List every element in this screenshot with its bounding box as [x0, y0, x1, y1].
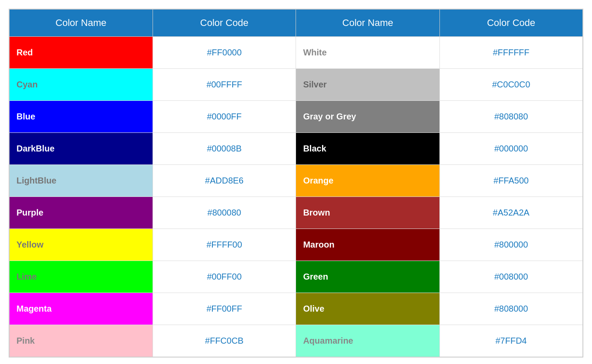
left-color-cell: Red	[9, 37, 153, 69]
left-color-cell: LightBlue	[9, 165, 153, 197]
right-code-cell: #008000	[439, 261, 583, 293]
color-table: Color Name Color Code Color Name Color C…	[9, 9, 583, 358]
header-color-name-right: Color Name	[296, 9, 439, 37]
table-row: Yellow#FFFF00Maroon#800000	[9, 229, 583, 261]
right-color-cell: Aquamarine	[296, 325, 439, 357]
right-code-cell: #808080	[439, 101, 583, 133]
right-color-cell: Brown	[296, 197, 439, 229]
left-color-cell: Cyan	[9, 69, 153, 101]
left-code-cell: #ADD8E6	[153, 165, 296, 197]
table-row: Lime#00FF00Green#008000	[9, 261, 583, 293]
right-code-cell: #FFFFFF	[439, 37, 583, 69]
right-code-cell: #000000	[439, 133, 583, 165]
header-row: Color Name Color Code Color Name Color C…	[9, 9, 583, 37]
table-row: Purple#800080Brown#A52A2A	[9, 197, 583, 229]
left-code-cell: #00008B	[153, 133, 296, 165]
table-row: Pink#FFC0CBAquamarine#7FFD4	[9, 325, 583, 357]
table-row: Cyan#00FFFFSilver#C0C0C0	[9, 69, 583, 101]
right-code-cell: #7FFD4	[439, 325, 583, 357]
right-color-cell: Gray or Grey	[296, 101, 439, 133]
left-color-cell: Lime	[9, 261, 153, 293]
left-color-cell: DarkBlue	[9, 133, 153, 165]
right-code-cell: #808000	[439, 293, 583, 325]
left-code-cell: #00FF00	[153, 261, 296, 293]
color-table-wrapper: Color Name Color Code Color Name Color C…	[9, 9, 583, 358]
left-color-cell: Yellow	[9, 229, 153, 261]
left-color-cell: Purple	[9, 197, 153, 229]
right-color-cell: Maroon	[296, 229, 439, 261]
left-color-cell: Blue	[9, 101, 153, 133]
right-color-cell: Olive	[296, 293, 439, 325]
table-row: Red#FF0000White#FFFFFF	[9, 37, 583, 69]
right-code-cell: #FFA500	[439, 165, 583, 197]
header-color-name-left: Color Name	[9, 9, 153, 37]
left-color-cell: Magenta	[9, 293, 153, 325]
table-row: LightBlue#ADD8E6Orange#FFA500	[9, 165, 583, 197]
right-color-cell: White	[296, 37, 439, 69]
left-color-cell: Pink	[9, 325, 153, 357]
left-code-cell: #00FFFF	[153, 69, 296, 101]
left-code-cell: #FF00FF	[153, 293, 296, 325]
header-color-code-right: Color Code	[439, 9, 583, 37]
right-code-cell: #C0C0C0	[439, 69, 583, 101]
left-code-cell: #FF0000	[153, 37, 296, 69]
left-code-cell: #FFC0CB	[153, 325, 296, 357]
table-row: DarkBlue#00008BBlack#000000	[9, 133, 583, 165]
table-row: Blue#0000FFGray or Grey#808080	[9, 101, 583, 133]
right-color-cell: Orange	[296, 165, 439, 197]
right-color-cell: Black	[296, 133, 439, 165]
table-row: Magenta#FF00FFOlive#808000	[9, 293, 583, 325]
right-code-cell: #800000	[439, 229, 583, 261]
left-code-cell: #0000FF	[153, 101, 296, 133]
header-color-code-left: Color Code	[153, 9, 296, 37]
right-color-cell: Green	[296, 261, 439, 293]
left-code-cell: #FFFF00	[153, 229, 296, 261]
right-color-cell: Silver	[296, 69, 439, 101]
right-code-cell: #A52A2A	[439, 197, 583, 229]
left-code-cell: #800080	[153, 197, 296, 229]
